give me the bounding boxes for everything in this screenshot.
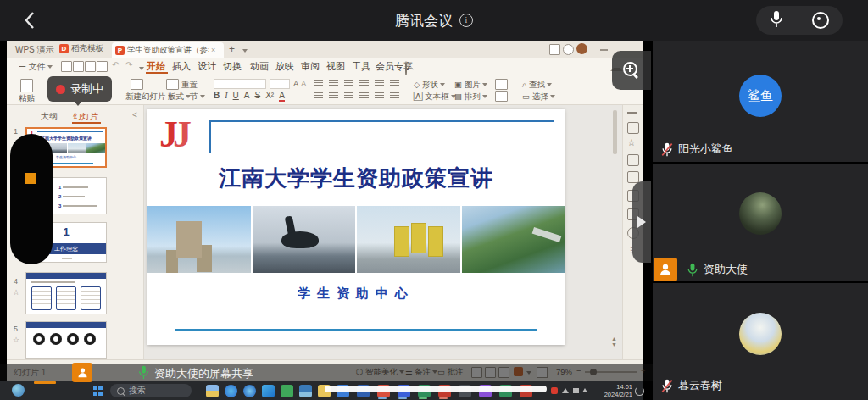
vertical-scrollbar[interactable] [613,110,617,154]
taskbar-app-icon-qq[interactable] [262,385,275,397]
ribbon-tab-tools[interactable]: 工具 [352,60,370,73]
favorite-star-icon[interactable]: ☆ [13,336,19,344]
outdent-icon[interactable] [344,80,353,86]
picture-button[interactable]: ▣ 图片 [454,80,487,91]
start-button[interactable] [93,386,103,396]
ribbon-tab-slideshow[interactable]: 放映 [275,60,294,73]
font-name-select[interactable] [214,79,266,89]
superscript-button[interactable]: X² [265,91,274,102]
taskbar-app-icon-browser[interactable] [243,385,256,397]
print-icon[interactable] [85,61,96,72]
strip-star-icon[interactable]: ☆ [627,137,637,147]
save-icon[interactable] [61,61,72,72]
window-restore-icon[interactable] [549,44,560,55]
ribbon-tab-review[interactable]: 审阅 [301,60,320,73]
tab-document[interactable]: P 学生资助政策宣讲（参考资料 × [112,42,224,58]
scroll-buttons[interactable]: ▲▼ [611,336,617,347]
paste-label[interactable]: 粘贴 [19,93,35,104]
strike-button[interactable]: S [254,91,260,102]
tray-icon-red[interactable] [551,387,558,394]
recording-badge[interactable]: 录制中 [47,76,112,102]
file-menu[interactable]: ☰ 文件 [19,61,53,73]
strip-props-icon[interactable] [627,154,639,166]
tab-list-caret-icon[interactable] [242,49,248,53]
new-slide-icon[interactable] [131,79,143,90]
font-color-button[interactable]: A [279,91,285,102]
taskbar-app-icon-wechat[interactable] [281,385,293,397]
panel-expand-handle[interactable] [632,181,651,263]
ribbon-tab-transition[interactable]: 切换 [223,60,242,73]
ribbon-tab-animation[interactable]: 动画 [250,60,269,73]
taskbar-search[interactable]: 搜索 [110,384,192,397]
strip-minus-icon[interactable] [627,112,637,114]
textbox-button[interactable]: 🄰 文本框 [414,92,456,103]
strip-edit-icon[interactable] [627,171,639,183]
redo-icon[interactable]: ↷ [125,60,132,69]
tab-close-icon[interactable]: × [211,46,215,54]
window-minimize-icon[interactable] [600,49,608,51]
select-button[interactable]: ▭ 选择 [522,92,555,103]
slide-thumbnail-5[interactable] [25,321,107,359]
ribbon-tab-view[interactable]: 视图 [326,60,345,73]
paste-icon[interactable] [20,79,33,92]
taskbar-clock[interactable]: 14:01 2024/2/21 [592,383,632,398]
ribbon-tab-member[interactable]: 会员专享 [376,60,413,73]
tab-docer[interactable]: D 稻壳模板 [59,43,103,54]
horizontal-scroll-pill[interactable] [325,386,547,392]
tray-expand-icon[interactable] [582,388,587,392]
record-button[interactable] [812,12,829,29]
taskbar-app-icon-explorer[interactable] [206,385,219,397]
insert-more-icon[interactable] [495,79,508,90]
reset-button[interactable]: 重置 [181,80,198,91]
shrink-font-icon[interactable]: A [301,79,306,88]
bullets-icon[interactable] [314,80,323,86]
indent-icon[interactable] [359,80,369,86]
columns-icon[interactable] [375,92,384,99]
layout-button[interactable]: 版式 [168,92,191,103]
magnify-overlay-button[interactable] [612,51,651,90]
undo-icon[interactable]: ↶ [112,60,119,69]
slide-thumbnail-4[interactable] [25,272,107,314]
mic-button[interactable] [770,10,783,31]
account-avatar[interactable] [576,43,587,54]
insert-more-icon-2[interactable] [495,91,508,102]
ribbon-tab-insert[interactable]: 插入 [172,60,191,73]
shadow-button[interactable]: A [244,91,250,102]
tray-wifi-icon[interactable] [562,388,569,393]
italic-button[interactable]: I [225,91,227,102]
new-tab-button[interactable]: + [229,43,235,55]
slide[interactable]: J J 江南大学学生资助政策宣讲 学生资助中心 [147,109,565,345]
sync-icon[interactable] [635,386,644,396]
grow-font-icon[interactable]: A [293,79,298,88]
skin-icon[interactable] [563,44,574,55]
bold-button[interactable]: B [214,91,220,102]
weather-widget-icon[interactable] [12,384,25,397]
tray-volume-icon[interactable] [573,388,579,393]
font-size-select[interactable] [270,79,290,89]
align-right-icon[interactable] [344,92,353,99]
new-slide-button[interactable]: 新建幻灯片 [125,92,173,103]
justify-icon[interactable] [359,92,369,99]
back-button[interactable] [24,11,36,33]
panel-tab-outline[interactable]: 大纲 [41,111,58,123]
panel-collapse-icon[interactable]: < [132,110,137,119]
find-button[interactable]: ⌕ 查找 [522,80,552,91]
ribbon-tab-home[interactable]: 开始 [147,60,165,73]
numbering-icon[interactable] [329,80,338,86]
preview-icon[interactable] [97,61,108,72]
arrange-button[interactable]: ▤ 排列 [454,92,487,103]
shape-button[interactable]: ◇ 形状 [414,80,445,91]
favorite-star-icon[interactable]: ☆ [13,288,19,297]
strip-settings-icon[interactable] [627,122,639,134]
taskbar-app-icon-edge[interactable] [225,385,237,397]
info-icon[interactable]: i [459,14,473,27]
align-center-icon[interactable] [329,92,338,99]
underline-button[interactable]: U [233,91,239,102]
taskbar-app-icon-mail[interactable] [299,385,312,397]
text-direction-icon[interactable] [375,80,384,86]
output-icon[interactable] [73,61,84,72]
redo-caret-icon[interactable] [139,67,144,70]
smart-typo-icon[interactable] [390,92,399,99]
panel-tab-slides[interactable]: 幻灯片 [73,111,98,123]
layout-icon[interactable] [166,79,179,90]
